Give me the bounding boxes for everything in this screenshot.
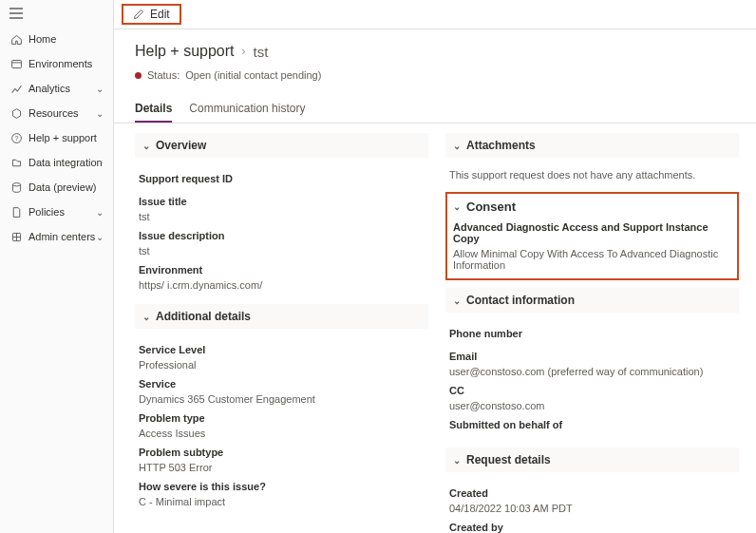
tab-details[interactable]: Details: [135, 102, 172, 123]
toolbar: Edit: [114, 0, 756, 29]
sidebar-item-label: Policies: [28, 206, 65, 218]
sidebar-item-analytics[interactable]: Analytics⌄: [0, 76, 113, 101]
service-level-label: Service Level: [139, 344, 425, 355]
status-label: Status:: [147, 69, 180, 81]
breadcrumb: Help + support › tst: [135, 43, 735, 60]
created-label: Created: [449, 487, 735, 499]
sidebar-item-label: Environments: [28, 58, 92, 69]
contact-header[interactable]: ⌄ Contact information: [445, 288, 739, 313]
chevron-down-icon: ⌄: [142, 312, 150, 322]
page-header: Help + support › tst Status: Open (initi…: [114, 29, 756, 88]
sidebar-item-label: Admin centers: [28, 231, 95, 242]
resources-icon: [9, 106, 23, 120]
hamburger-icon: [9, 8, 23, 19]
issue-title-value: tst: [139, 211, 425, 222]
svg-point-3: [12, 182, 20, 185]
breadcrumb-current: tst: [254, 44, 269, 60]
phone-label: Phone number: [449, 328, 735, 339]
severity-label: How severe is this issue?: [139, 481, 425, 492]
problem-type-label: Problem type: [139, 412, 425, 424]
issue-title-label: Issue title: [139, 196, 425, 207]
cc-label: CC: [449, 385, 735, 396]
admin-icon: [9, 230, 23, 243]
sidebar-item-label: Data integration: [28, 157, 103, 168]
policies-icon: [9, 205, 23, 219]
edit-label: Edit: [150, 8, 170, 21]
overview-header[interactable]: ⌄ Overview: [135, 133, 428, 158]
chevron-down-icon: ⌄: [96, 84, 104, 94]
sidebar-item-label: Data (preview): [28, 181, 97, 193]
consent-title: Advanced Diagnostic Access and Support I…: [453, 221, 731, 244]
attachments-header[interactable]: ⌄ Attachments: [445, 133, 739, 158]
additional-details-header[interactable]: ⌄ Additional details: [135, 304, 428, 329]
main: Edit Help + support › tst Status: Open (…: [114, 0, 756, 533]
consent-text: Allow Minimal Copy With Access To Advanc…: [453, 248, 731, 271]
right-column: ⌄ Attachments This support request does …: [445, 133, 739, 533]
behalf-label: Submitted on behalf of: [449, 419, 735, 430]
chevron-down-icon: ⌄: [96, 207, 104, 218]
sidebar-item-admin-centers[interactable]: Admin centers⌄: [0, 224, 113, 249]
additional-details-body: Service Level Professional Service Dynam…: [135, 336, 428, 513]
chevron-down-icon: ⌄: [453, 455, 461, 466]
breadcrumb-parent[interactable]: Help + support: [135, 43, 235, 60]
svg-text:?: ?: [14, 134, 18, 141]
overview-body: Support request ID Issue title tst Issue…: [135, 165, 428, 296]
environment-value: https/ i.crm.dynamics.com/: [139, 279, 425, 291]
content-body: ⌄ Overview Support request ID Issue titl…: [114, 124, 756, 533]
chevron-down-icon: ⌄: [96, 108, 104, 119]
sidebar-item-label: Help + support: [28, 132, 97, 143]
sidebar-item-data-integration[interactable]: Data integration: [0, 150, 113, 175]
status-value: Open (initial contact pending): [185, 69, 321, 81]
issue-desc-value: tst: [139, 245, 425, 257]
edit-button[interactable]: Edit: [122, 4, 181, 25]
svg-rect-0: [11, 60, 21, 67]
cc-value: user@constoso.com: [449, 400, 735, 411]
chevron-down-icon: ⌄: [453, 295, 461, 306]
created-by-label: Created by: [449, 522, 735, 533]
sidebar-item-policies[interactable]: Policies⌄: [0, 200, 113, 224]
sidebar-item-environments[interactable]: Environments: [0, 51, 113, 76]
sidebar-item-resources[interactable]: Resources⌄: [0, 101, 113, 125]
problem-subtype-label: Problem subtype: [139, 447, 425, 458]
problem-type-value: Access Issues: [139, 428, 425, 439]
issue-desc-label: Issue description: [139, 230, 425, 241]
data-icon: [9, 181, 23, 194]
help-icon: ?: [9, 131, 23, 144]
sidebar-item-label: Resources: [28, 107, 79, 119]
sidebar-item-help-support[interactable]: ?Help + support: [0, 125, 113, 150]
problem-subtype-value: HTTP 503 Error: [139, 462, 425, 473]
home-icon: [9, 32, 23, 46]
chevron-down-icon: ⌄: [142, 141, 150, 151]
service-label: Service: [139, 378, 425, 390]
chevron-down-icon: ⌄: [453, 201, 461, 212]
service-level-value: Professional: [139, 359, 425, 371]
attachments-none: This support request does not have any a…: [445, 165, 739, 184]
dataint-icon: [9, 156, 23, 169]
sidebar: HomeEnvironmentsAnalytics⌄Resources⌄?Hel…: [0, 0, 114, 533]
chevron-down-icon: ⌄: [96, 232, 104, 242]
service-value: Dynamics 365 Customer Engagement: [139, 393, 425, 405]
left-column: ⌄ Overview Support request ID Issue titl…: [135, 133, 428, 533]
sidebar-item-data-preview-[interactable]: Data (preview): [0, 175, 113, 200]
chevron-down-icon: ⌄: [453, 141, 461, 151]
tab-communication-history[interactable]: Communication history: [189, 102, 305, 123]
status-dot-icon: [135, 72, 142, 79]
env-icon: [9, 57, 23, 70]
created-value: 04/18/2022 10:03 AM PDT: [449, 503, 735, 514]
contact-body: Phone number Email user@constoso.com (pr…: [445, 320, 739, 440]
tabs: Details Communication history: [114, 88, 756, 124]
chevron-right-icon: ›: [242, 45, 246, 58]
request-details-header[interactable]: ⌄ Request details: [445, 447, 739, 472]
pencil-icon: [133, 9, 144, 20]
support-request-id-label: Support request ID: [139, 173, 425, 184]
sidebar-item-home[interactable]: Home: [0, 27, 113, 51]
sidebar-item-label: Analytics: [28, 83, 70, 94]
request-details-body: Created 04/18/2022 10:03 AM PDT Created …: [445, 480, 739, 533]
sidebar-item-label: Home: [28, 33, 56, 45]
consent-header[interactable]: ⌄ Consent: [453, 198, 731, 218]
hamburger-menu[interactable]: [0, 0, 113, 27]
analytics-icon: [9, 82, 23, 95]
email-value: user@constoso.com (preferred way of comm…: [449, 366, 735, 377]
consent-section: ⌄ Consent Advanced Diagnostic Access and…: [445, 192, 739, 280]
email-label: Email: [449, 351, 735, 362]
